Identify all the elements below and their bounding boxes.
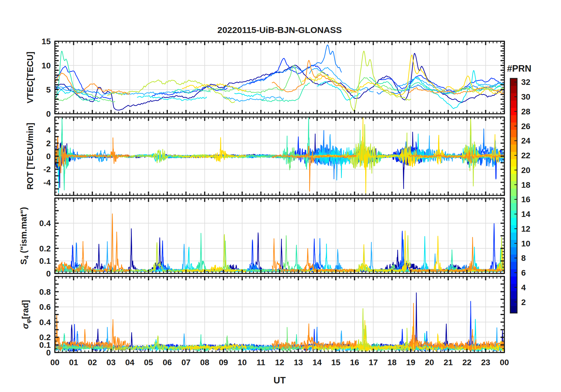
x-tick-label: 06	[163, 358, 172, 367]
colorbar-tick-label: 4	[521, 283, 526, 292]
x-tick-label: 20	[425, 358, 434, 367]
x-tick-label: 08	[200, 358, 209, 367]
colorbar-tick-label: 12	[521, 224, 530, 233]
y-tick-label: 0.2	[39, 333, 51, 342]
y-tick-label: 0.6	[39, 302, 51, 312]
x-tick-label: 09	[219, 358, 228, 367]
x-tick-label: 22	[462, 358, 471, 367]
colorbar-block	[510, 144, 517, 152]
colorbar-tick-label: 28	[521, 107, 530, 116]
colorbar-block	[510, 262, 517, 269]
x-tick-label: 04	[125, 358, 134, 367]
x-tick-label: 23	[481, 358, 490, 367]
y-tick-label: -2	[43, 165, 51, 174]
colorbar-title: #PRN	[507, 63, 532, 74]
glonass-scintillation-figure: 051015-4-202400.10.20.400.10.20.40.60.80…	[0, 0, 561, 392]
y-tick-label: 0	[46, 269, 51, 278]
y-tick-label: 10	[42, 61, 51, 70]
colorbar-tick-label: 10	[521, 239, 530, 248]
colorbar-block	[510, 174, 517, 181]
y-tick-label: 0.8	[39, 287, 51, 297]
colorbar-block	[510, 115, 517, 122]
x-tick-label: 14	[312, 358, 322, 367]
colorbar-tick-label: 14	[521, 210, 531, 219]
x-tick-label: 19	[406, 358, 415, 367]
colorbar-block	[510, 101, 517, 108]
colorbar-tick-label: 6	[521, 268, 526, 277]
x-tick-label: 17	[369, 358, 378, 367]
colorbar-tick-label: 24	[521, 136, 531, 145]
colorbar: 2468101214161820222426283032	[510, 78, 531, 313]
colorbar-tick-label: 30	[521, 92, 530, 101]
y-tick-label: 4	[46, 126, 51, 135]
colorbar-block	[510, 188, 517, 196]
colorbar-tick-label: 18	[521, 180, 530, 190]
chart-title: 20220115-UiB-BJN-GLONASS	[217, 25, 342, 35]
y-tick-label: 2	[46, 139, 51, 148]
colorbar-block	[510, 86, 517, 93]
x-tick-label: 21	[444, 358, 453, 367]
colorbar-block	[510, 276, 517, 284]
x-tick-label: 13	[294, 358, 303, 367]
y-tick-label: 0	[46, 152, 51, 161]
colorbar-block	[510, 203, 517, 210]
x-tick-label: 01	[69, 358, 78, 367]
x-tick-label: 18	[387, 358, 396, 367]
x-tick-label: 15	[331, 358, 340, 367]
colorbar-block	[510, 218, 517, 225]
colorbar-block	[510, 232, 517, 240]
colorbar-tick-label: 20	[521, 166, 530, 175]
y-tick-label: 0	[46, 109, 51, 118]
y-tick-label: 15	[42, 37, 51, 46]
colorbar-block	[510, 130, 517, 137]
colorbar-tick-label: 22	[521, 151, 530, 160]
y-axis-label-sigma-phi: σφ[rad]	[21, 300, 32, 329]
colorbar-block	[510, 159, 517, 167]
chart-canvas: 051015-4-202400.10.20.400.10.20.40.60.80…	[0, 0, 561, 392]
y-tick-label: -4	[43, 178, 51, 187]
y-tick-label: 0.4	[39, 219, 51, 228]
y-tick-label: 0.2	[39, 244, 51, 253]
x-tick-label: 11	[257, 358, 265, 367]
colorbar-block	[510, 247, 517, 254]
x-tick-label: 03	[106, 358, 116, 367]
y-axis-label-vtec: VTEC[TECU]	[25, 52, 35, 103]
y-tick-label: 0.1	[39, 256, 51, 266]
x-tick-label: 00	[500, 358, 509, 367]
y-tick-label: 5	[46, 85, 51, 94]
x-tick-label: 02	[88, 358, 97, 367]
x-tick-label: 12	[275, 358, 284, 367]
colorbar-tick-label: 26	[521, 122, 530, 131]
x-tick-label: 07	[181, 358, 191, 367]
colorbar-tick-label: 16	[521, 195, 530, 204]
colorbar-tick-label: 32	[521, 78, 530, 87]
x-tick-label: 16	[350, 358, 359, 367]
y-axis-label-s4: S4 ("ism.mat")	[19, 207, 30, 265]
colorbar-block	[510, 306, 517, 313]
y-axis-label-rot: ROT [TECU/min]	[25, 123, 35, 190]
x-tick-label: 00	[50, 358, 59, 367]
colorbar-block	[510, 291, 517, 298]
x-tick-label: 10	[237, 358, 247, 367]
colorbar-tick-label: 2	[521, 298, 526, 307]
x-axis-label: UT	[273, 375, 286, 386]
x-tick-label: 05	[144, 358, 153, 367]
y-tick-label: 0.4	[39, 318, 51, 327]
colorbar-tick-label: 8	[521, 253, 526, 263]
